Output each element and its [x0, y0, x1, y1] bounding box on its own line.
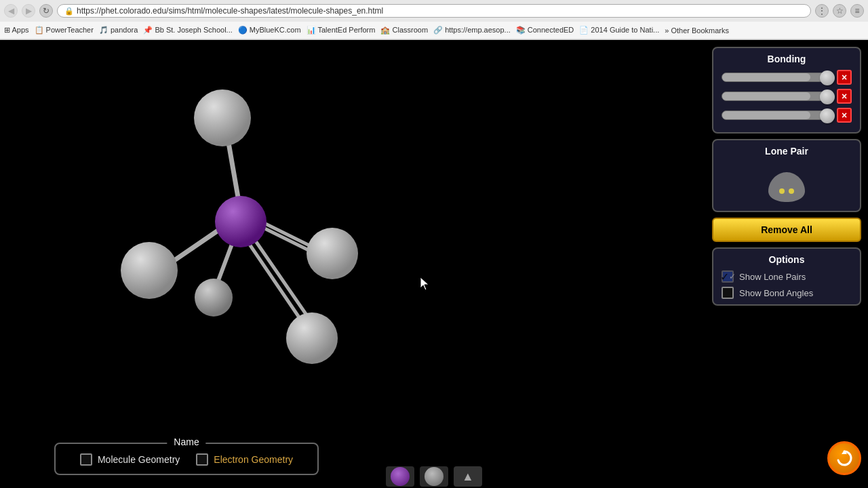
bond-row-2: × [722, 89, 852, 104]
simulation-area: Bonding × × × [0, 40, 868, 488]
electron-geometry-row[interactable]: Electron Geometry [196, 453, 293, 466]
bonding-title: Bonding [722, 54, 852, 64]
bookmark-connected[interactable]: 📚 ConnectedED [516, 26, 574, 35]
right-panel: Bonding × × × [712, 47, 861, 306]
reload-button[interactable]: ↻ [39, 4, 53, 18]
molecule-geometry-label: Molecule Geometry [98, 454, 180, 465]
bookmark-apps[interactable]: ⊞ Apps [4, 26, 29, 35]
secure-icon: 🔒 [64, 7, 74, 16]
svg-point-7 [779, 188, 785, 194]
reset-icon [835, 449, 854, 468]
name-panel: Name Molecule Geometry Electron Geometry [54, 443, 319, 475]
bookmark-emp[interactable]: 🔗 https://emp.aesop... [433, 26, 511, 35]
bond-slider-3[interactable] [722, 110, 833, 120]
bond-fill-2 [722, 92, 810, 100]
molecule-svg [68, 54, 407, 392]
remove-all-button[interactable]: Remove All [712, 218, 861, 242]
taskbar-item-1[interactable] [386, 466, 414, 487]
star-button[interactable]: ☆ [833, 4, 846, 18]
taskbar-icon-3: ▲ [462, 470, 474, 484]
taskbar-icon-2 [425, 467, 443, 486]
taskbar-item-2[interactable] [420, 466, 448, 487]
bookmark-guide[interactable]: 📄 2014 Guide to Nati... [579, 26, 659, 35]
left-atom [121, 242, 178, 299]
bond-remove-1[interactable]: × [837, 70, 852, 85]
taskbar-item-3[interactable]: ▲ [454, 466, 482, 487]
name-panel-title: Name [167, 436, 205, 447]
right-atom [307, 228, 358, 279]
address-bar[interactable]: 🔒 https://phet.colorado.edu/sims/html/mo… [57, 4, 811, 18]
back-button[interactable]: ◀ [4, 4, 18, 18]
option-row-bond-angles: Show Bond Angles [722, 287, 852, 299]
navigation-bar: ◀ ▶ ↻ 🔒 https://phet.colorado.edu/sims/h… [0, 0, 868, 22]
bookmark-stjoseph[interactable]: 📌 Bb St. Joseph School... [143, 26, 232, 35]
molecule-canvas [0, 40, 678, 488]
bond-fill-1 [722, 73, 810, 81]
bookmark-pandora[interactable]: 🎵 pandora [99, 26, 138, 35]
bookmark-talented[interactable]: 📊 TalentEd Perform [307, 26, 376, 35]
bookmark-mybluekc[interactable]: 🔵 MyBlueKC.com [238, 26, 301, 35]
show-lone-pairs-label: Show Lone Pairs [739, 272, 806, 282]
menu-button[interactable]: ≡ [850, 4, 864, 18]
name-panel-container: Name Molecule Geometry Electron Geometry [54, 443, 319, 475]
lone-pair-svg [763, 167, 810, 204]
show-bond-angles-label: Show Bond Angles [739, 288, 813, 298]
reset-button[interactable] [827, 441, 861, 475]
bookmark-classroom[interactable]: 🏫 Classroom [380, 26, 428, 35]
option-row-lone-pairs: ✓ Show Lone Pairs [722, 270, 852, 283]
show-lone-pairs-checkbox[interactable]: ✓ [722, 270, 734, 283]
bond-handle-1[interactable] [820, 70, 835, 85]
bond-remove-3[interactable]: × [837, 108, 852, 123]
molecule-geometry-checkbox[interactable] [80, 453, 92, 466]
options-title: Options [722, 254, 852, 265]
taskbar: ▲ [386, 464, 482, 488]
name-checkboxes: Molecule Geometry Electron Geometry [66, 453, 307, 466]
bond-slider-2[interactable] [722, 92, 833, 101]
center-atom [215, 196, 267, 247]
bond-slider-1[interactable] [722, 73, 833, 82]
extensions-button[interactable]: ⋮ [815, 4, 829, 18]
bond-row-3: × [722, 108, 852, 123]
url-text: https://phet.colorado.edu/sims/html/mole… [77, 6, 383, 16]
bottom-right-atom [286, 312, 338, 364]
lone-pair-visual [763, 165, 810, 205]
forward-button[interactable]: ▶ [22, 4, 35, 18]
top-atom [194, 89, 251, 146]
bookmarks-bar: ⊞ Apps 📋 PowerTeacher 🎵 pandora 📌 Bb St.… [0, 22, 868, 39]
options-panel: Options ✓ Show Lone Pairs Show Bond Angl… [712, 247, 861, 306]
svg-point-8 [789, 188, 794, 194]
bonding-panel: Bonding × × × [712, 47, 861, 134]
bookmark-powerteacher[interactable]: 📋 PowerTeacher [35, 26, 94, 35]
molecule-geometry-row[interactable]: Molecule Geometry [80, 453, 180, 466]
bond-fill-3 [722, 111, 810, 119]
bond-row-1: × [722, 70, 852, 85]
browser-chrome: ◀ ▶ ↻ 🔒 https://phet.colorado.edu/sims/h… [0, 0, 868, 40]
bond-remove-2[interactable]: × [837, 89, 852, 104]
show-bond-angles-checkbox[interactable] [722, 287, 734, 299]
lone-pair-title: Lone Pair [765, 146, 808, 157]
electron-geometry-checkbox[interactable] [196, 453, 208, 466]
checkmark-icon: ✓ [720, 270, 729, 283]
bond-handle-2[interactable] [820, 89, 835, 104]
bond-handle-3[interactable] [820, 108, 835, 123]
bottom-small-atom [195, 279, 233, 317]
bookmark-other[interactable]: » Other Bookmarks [665, 26, 729, 35]
lone-pair-panel: Lone Pair [712, 139, 861, 212]
taskbar-icon-1 [391, 467, 410, 486]
electron-geometry-label: Electron Geometry [214, 454, 293, 465]
